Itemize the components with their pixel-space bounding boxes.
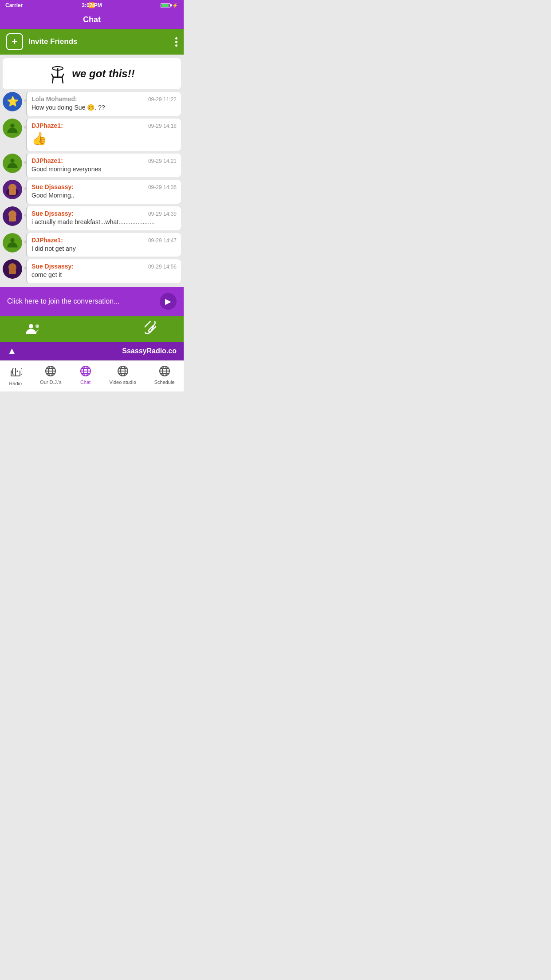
avatar <box>3 180 22 199</box>
svg-line-4 <box>51 74 53 77</box>
message-text: 👍 <box>31 130 177 147</box>
nav-item-video[interactable]: Video studio <box>109 365 136 385</box>
banner-image: we got this!! <box>3 58 181 89</box>
battery-area: ⚡ <box>161 3 178 8</box>
star-icon: ⭐ <box>7 96 19 107</box>
timestamp: 09-29 11:22 <box>148 96 177 103</box>
nav-label-djs: Our D.J.'s <box>40 379 62 385</box>
friends-button[interactable] <box>26 322 42 336</box>
menu-dots-button[interactable] <box>175 37 177 47</box>
svg-rect-12 <box>9 190 16 195</box>
svg-line-2 <box>52 77 53 83</box>
avatar <box>3 119 22 138</box>
nav-item-radio[interactable]: (·) Radio <box>9 364 22 386</box>
carrier-label: Carrier <box>5 2 23 8</box>
nav-item-chat[interactable]: Chat <box>80 365 91 385</box>
nav-label-chat: Chat <box>80 379 91 385</box>
person-icon <box>6 237 19 249</box>
mini-player[interactable]: ▲ SsassyRadio.co <box>0 342 184 360</box>
svg-line-5 <box>62 74 64 77</box>
invite-label: Invite Friends <box>28 37 170 46</box>
thumbs-up-emoji: 👍 <box>31 132 47 146</box>
list-item: DJPhaze1: 09-29 14:21 Good morning every… <box>3 154 181 178</box>
list-item: ⭐ Lola Mohamed: 09-29 11:22 How you doin… <box>3 92 181 116</box>
svg-point-7 <box>10 123 14 127</box>
message-bubble: Sue Djssassy: 09-29 14:56 come get it <box>26 259 181 283</box>
station-name: SsassyRadio.co <box>122 347 177 355</box>
list-item: Sue Djssassy: 09-29 14:36 Good Morning.. <box>3 180 181 204</box>
sender-name: DJPhaze1: <box>31 122 63 129</box>
join-conversation-bar[interactable]: Click here to join the conversation... ▶ <box>0 287 184 316</box>
sender-name: DJPhaze1: <box>31 237 63 244</box>
bottom-navigation: (·) Radio Our D.J.'s <box>0 360 184 391</box>
sender-name: Lola Mohamed: <box>31 95 77 103</box>
message-text: Good Morning.. <box>31 191 177 200</box>
svg-point-21 <box>35 324 39 328</box>
time-display: 3:07 PM <box>82 2 102 8</box>
chat-area: we got this!! ⭐ Lola Mohamed: 09-29 11:2… <box>0 55 184 287</box>
sender-name: DJPhaze1: <box>31 157 63 164</box>
attach-button[interactable] <box>145 321 158 336</box>
arrow-icon: ▶ <box>165 296 171 306</box>
avatar: ⭐ <box>3 92 22 111</box>
sender-name: Sue Djssassy: <box>31 183 74 190</box>
timestamp: 09-29 14:18 <box>148 123 177 129</box>
invite-bar[interactable]: + Invite Friends <box>0 29 184 55</box>
globe-icon-schedule <box>159 365 170 378</box>
globe-icon-video <box>117 365 129 378</box>
banner-text: we got this!! <box>72 67 134 80</box>
nav-label-schedule: Schedule <box>154 379 175 385</box>
svg-rect-19 <box>9 269 16 274</box>
message-bubble: Sue Djssassy: 09-29 14:39 i actually mad… <box>26 206 181 230</box>
svg-point-8 <box>10 158 14 162</box>
sue-avatar-3 <box>3 259 22 279</box>
svg-line-3 <box>62 77 63 83</box>
timestamp: 09-29 14:21 <box>148 158 177 164</box>
add-friends-button[interactable]: + <box>6 33 23 50</box>
message-text: I did not get any <box>31 245 177 253</box>
page-title: Chat <box>83 15 101 24</box>
person-icon <box>6 122 19 134</box>
list-item: Sue Djssassy: 09-29 14:56 come get it <box>3 259 181 283</box>
message-bubble: Sue Djssassy: 09-29 14:36 Good Morning.. <box>26 180 181 204</box>
message-bubble: Lola Mohamed: 09-29 11:22 How you doing … <box>26 92 181 116</box>
chair-icon <box>49 64 67 83</box>
nav-item-schedule[interactable]: Schedule <box>154 365 175 385</box>
collapse-button[interactable]: ▲ <box>7 345 17 357</box>
globe-icon-chat <box>80 365 91 378</box>
battery-icon <box>161 3 170 8</box>
message-bubble: DJPhaze1: 09-29 14:47 I did not get any <box>26 233 181 257</box>
message-text: Good morning everyones <box>31 165 177 174</box>
paperclip-icon <box>145 321 158 336</box>
svg-rect-15 <box>9 216 16 221</box>
message-text: come get it <box>31 271 177 280</box>
sue-avatar-2 <box>3 206 22 226</box>
chat-toolbar <box>0 316 184 342</box>
timestamp: 09-29 14:39 <box>148 211 177 217</box>
message-text: How you doing Sue 😊. ?? <box>31 103 177 112</box>
sender-name: Sue Djssassy: <box>31 210 74 217</box>
avatar <box>3 206 22 226</box>
timestamp: 09-29 14:47 <box>148 237 177 244</box>
timestamp: 09-29 14:56 <box>148 264 177 270</box>
list-item: DJPhaze1: 09-29 14:18 👍 <box>3 119 181 151</box>
timestamp: 09-29 14:36 <box>148 184 177 190</box>
nav-label-video: Video studio <box>109 379 136 385</box>
sender-name: Sue Djssassy: <box>31 263 74 270</box>
avatar <box>3 154 22 173</box>
bolt-icon: ⚡ <box>172 3 178 8</box>
list-item: Sue Djssassy: 09-29 14:39 i actually mad… <box>3 206 181 230</box>
join-arrow-button[interactable]: ▶ <box>160 293 177 310</box>
message-bubble: DJPhaze1: 09-29 14:18 👍 <box>26 119 181 151</box>
nav-item-djs[interactable]: Our D.J.'s <box>40 365 62 385</box>
join-text: Click here to join the conversation... <box>7 297 119 305</box>
list-item: DJPhaze1: 09-29 14:47 I did not get any <box>3 233 181 257</box>
status-bar: Carrier 📶 3:07 PM ⚡ <box>0 0 184 11</box>
avatar <box>3 233 22 253</box>
sue-avatar-1 <box>3 180 22 199</box>
nav-label-radio: Radio <box>9 381 22 386</box>
radio-antenna-icon: (·) <box>9 364 22 379</box>
avatar <box>3 259 22 279</box>
globe-icon-djs <box>45 365 56 378</box>
person-icon <box>6 157 19 170</box>
